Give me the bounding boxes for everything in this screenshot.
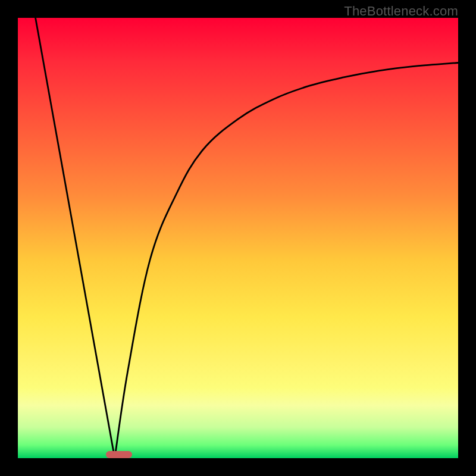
bottleneck-marker (106, 451, 132, 458)
attribution-text: TheBottleneck.com (344, 4, 458, 19)
left-line (36, 18, 115, 458)
right-curve (115, 62, 458, 458)
chart-plot-area (18, 18, 458, 458)
chart-curves (18, 18, 458, 458)
